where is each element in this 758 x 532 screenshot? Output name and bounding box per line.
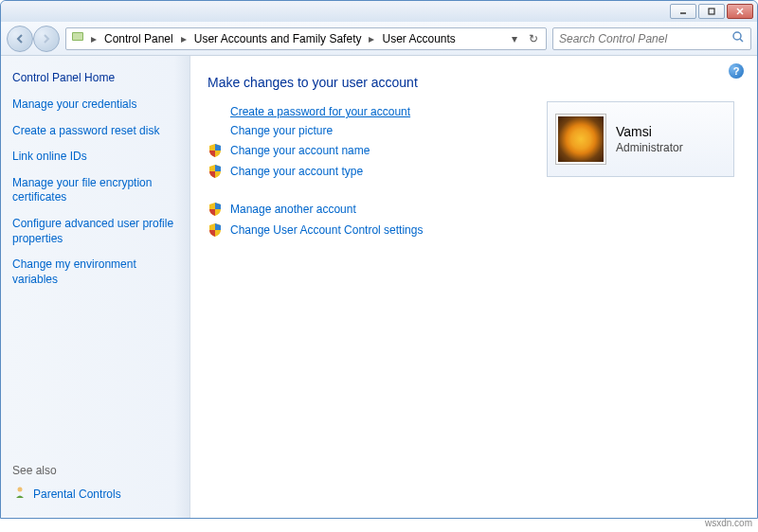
parental-controls-icon	[12, 485, 27, 503]
nav-row: ▸ Control Panel ▸ User Accounts and Fami…	[1, 22, 757, 56]
shield-icon	[208, 222, 223, 238]
maximize-button[interactable]	[698, 4, 725, 19]
minimize-button[interactable]	[670, 4, 696, 19]
chevron-right-icon[interactable]: ▸	[365, 32, 378, 45]
shield-icon	[208, 164, 223, 179]
address-bar[interactable]: ▸ Control Panel ▸ User Accounts and Fami…	[65, 27, 547, 50]
user-card: Vamsi Administrator	[547, 101, 734, 177]
control-panel-icon	[70, 29, 85, 47]
breadcrumb-root[interactable]: Control Panel	[102, 32, 175, 45]
manage-another-account-link[interactable]: Manage another account	[230, 203, 356, 216]
sidebar-link-env-variables[interactable]: Change my environment variables	[12, 257, 178, 287]
user-role: Administrator	[616, 141, 683, 154]
shield-icon	[208, 202, 223, 217]
see-also-label: See also	[12, 464, 178, 477]
breadcrumb-mid[interactable]: User Accounts and Family Safety	[192, 32, 364, 45]
create-password-link[interactable]: Create a password for your account	[230, 105, 410, 118]
change-picture-link[interactable]: Change your picture	[230, 124, 333, 137]
back-button[interactable]	[7, 26, 33, 52]
sidebar: Control Panel Home Manage your credentia…	[1, 56, 190, 518]
close-button[interactable]	[727, 4, 753, 19]
control-panel-window: ▸ Control Panel ▸ User Accounts and Fami…	[0, 0, 758, 519]
dropdown-icon[interactable]: ▾	[508, 32, 521, 45]
sidebar-link-credentials[interactable]: Manage your credentials	[12, 98, 178, 113]
parental-controls-label: Parental Controls	[33, 488, 121, 501]
change-uac-link[interactable]: Change User Account Control settings	[230, 223, 423, 237]
search-box[interactable]	[552, 27, 751, 50]
sidebar-link-encryption-certs[interactable]: Manage your file encryption certificates	[12, 176, 178, 205]
control-panel-home-link[interactable]: Control Panel Home	[12, 71, 178, 84]
svg-rect-5	[73, 33, 82, 40]
forward-button[interactable]	[33, 26, 60, 52]
sidebar-link-online-ids[interactable]: Link online IDs	[12, 150, 178, 165]
svg-point-6	[733, 32, 741, 40]
page-title: Make changes to your user account	[208, 75, 740, 90]
user-name: Vamsi	[616, 124, 683, 139]
breadcrumb-leaf[interactable]: User Accounts	[380, 32, 457, 45]
titlebar	[1, 1, 757, 22]
avatar	[555, 114, 606, 165]
sidebar-link-profile-properties[interactable]: Configure advanced user profile properti…	[12, 217, 178, 246]
sidebar-link-password-reset-disk[interactable]: Create a password reset disk	[12, 124, 178, 139]
shield-icon	[208, 143, 223, 158]
parental-controls-link[interactable]: Parental Controls	[12, 485, 178, 503]
watermark: wsxdn.com	[705, 518, 752, 528]
refresh-icon[interactable]: ↻	[525, 32, 542, 45]
search-input[interactable]	[559, 32, 731, 45]
chevron-right-icon[interactable]: ▸	[87, 32, 100, 45]
svg-line-7	[740, 39, 743, 42]
search-icon[interactable]	[731, 30, 745, 46]
chevron-right-icon[interactable]: ▸	[177, 32, 190, 45]
change-account-type-link[interactable]: Change your account type	[230, 165, 363, 178]
avatar-image	[558, 116, 604, 162]
svg-point-8	[18, 488, 23, 492]
help-icon[interactable]: ?	[729, 63, 744, 79]
svg-rect-1	[709, 9, 714, 14]
content-body: Control Panel Home Manage your credentia…	[1, 56, 757, 518]
main-panel: ? Make changes to your user account Crea…	[190, 56, 757, 518]
change-account-name-link[interactable]: Change your account name	[230, 144, 370, 157]
